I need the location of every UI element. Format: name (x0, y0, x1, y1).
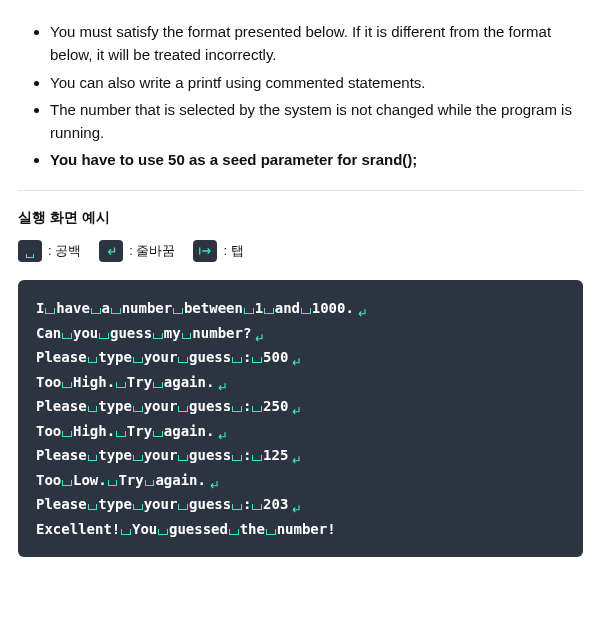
newline-icon (290, 351, 302, 363)
legend-item-newline: : 줄바꿈 (99, 240, 175, 262)
space-icon (252, 357, 262, 363)
space-icon (153, 431, 163, 437)
space-icon (178, 455, 188, 461)
console-line: Pleasetypeyourguess:250 (36, 394, 565, 419)
space-icon (244, 308, 254, 314)
requirement-item: You can also write a printf using commen… (50, 71, 583, 94)
space-icon (88, 357, 98, 363)
space-icon (116, 431, 126, 437)
space-icon (145, 480, 155, 486)
space-icon (111, 308, 121, 314)
requirements-list: You must satisfy the format presented be… (18, 20, 583, 172)
space-icon (178, 504, 188, 510)
space-icon (133, 357, 143, 363)
legend-item-tab: : 탭 (193, 240, 243, 262)
space-icon (62, 333, 72, 339)
requirement-item: You must satisfy the format presented be… (50, 20, 583, 67)
space-icon (62, 382, 72, 388)
space-icon (182, 333, 192, 339)
space-icon (18, 240, 42, 262)
space-icon (116, 382, 126, 388)
space-icon (88, 504, 98, 510)
legend-label: : 줄바꿈 (129, 241, 175, 261)
space-icon (252, 406, 262, 412)
newline-icon (99, 240, 123, 262)
space-icon (252, 455, 262, 461)
newline-icon (216, 376, 228, 388)
space-icon (232, 455, 242, 461)
space-icon (232, 406, 242, 412)
space-icon (133, 455, 143, 461)
console-line: Ihaveanumberbetween1and1000. (36, 296, 565, 321)
space-icon (62, 480, 72, 486)
space-icon (301, 308, 311, 314)
legend-item-space: : 공백 (18, 240, 81, 262)
console-output: Ihaveanumberbetween1and1000.Canyouguessm… (18, 280, 583, 557)
requirement-item: The number that is selected by the syste… (50, 98, 583, 145)
console-line: Pleasetypeyourguess:203 (36, 492, 565, 517)
console-line: Excellent!Youguessedthenumber! (36, 517, 565, 542)
space-icon (133, 504, 143, 510)
space-icon (88, 406, 98, 412)
space-icon (108, 480, 118, 486)
space-icon (153, 333, 163, 339)
console-line: Pleasetypeyourguess:500 (36, 345, 565, 370)
newline-icon (216, 425, 228, 437)
space-icon (121, 529, 131, 535)
space-icon (88, 455, 98, 461)
space-icon (45, 308, 55, 314)
requirement-item-bold: You have to use 50 as a seed parameter f… (50, 148, 583, 171)
console-line: TooHigh.Tryagain. (36, 419, 565, 444)
space-icon (153, 382, 163, 388)
console-line: TooLow.Tryagain. (36, 468, 565, 493)
legend: : 공백 : 줄바꿈 : 탭 (18, 240, 583, 262)
space-icon (62, 431, 72, 437)
newline-icon (290, 449, 302, 461)
legend-label: : 탭 (223, 241, 243, 261)
space-icon (252, 504, 262, 510)
space-icon (232, 357, 242, 363)
space-icon (173, 308, 183, 314)
newline-icon (356, 302, 368, 314)
space-icon (133, 406, 143, 412)
space-icon (229, 529, 239, 535)
newline-icon (208, 474, 220, 486)
space-icon (178, 357, 188, 363)
space-icon (178, 406, 188, 412)
section-title: 실행 화면 예시 (18, 207, 583, 229)
space-icon (158, 529, 168, 535)
divider (18, 190, 583, 191)
space-icon (91, 308, 101, 314)
tab-icon (193, 240, 217, 262)
newline-icon (290, 498, 302, 510)
space-icon (266, 529, 276, 535)
console-line: Canyouguessmynumber? (36, 321, 565, 346)
newline-icon (290, 400, 302, 412)
space-icon (232, 504, 242, 510)
console-line: Pleasetypeyourguess:125 (36, 443, 565, 468)
console-line: TooHigh.Tryagain. (36, 370, 565, 395)
newline-icon (253, 327, 265, 339)
space-icon (264, 308, 274, 314)
space-icon (99, 333, 109, 339)
legend-label: : 공백 (48, 241, 81, 261)
